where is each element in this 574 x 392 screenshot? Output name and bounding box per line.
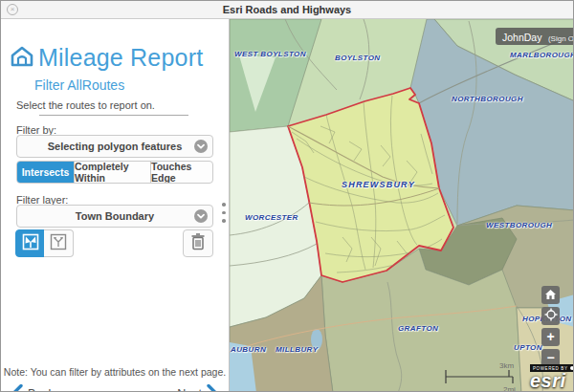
clear-selection-button[interactable] bbox=[183, 229, 213, 257]
town-label-millbury: MILLBURY bbox=[276, 345, 318, 354]
note-text: Note: You can filter by attributes on th… bbox=[1, 366, 229, 378]
filter-by-value: Selecting polygon features bbox=[48, 141, 183, 152]
town-label-shrewsbury: SHREWSBURY bbox=[342, 180, 415, 189]
filter-by-dropdown[interactable]: Selecting polygon features bbox=[16, 135, 213, 158]
select-by-polygon-button[interactable] bbox=[15, 229, 45, 257]
completely-within-button[interactable]: Completely Within bbox=[75, 162, 151, 183]
town-label-marlborough: MARLBOROUGH bbox=[510, 51, 574, 59]
map-controls: + − bbox=[541, 286, 560, 370]
town-label-west-boylston: WEST BOYLSTON bbox=[234, 50, 306, 58]
locate-button[interactable] bbox=[541, 307, 560, 325]
chevron-left-icon bbox=[12, 384, 23, 392]
select-rectangle-icon bbox=[49, 232, 68, 255]
chevron-down-icon bbox=[194, 209, 208, 223]
mileage-report-panel: Mileage Report Filter AllRoutes Select t… bbox=[1, 19, 230, 391]
minus-icon: − bbox=[546, 351, 554, 364]
back-button[interactable]: Back bbox=[12, 384, 59, 392]
town-label-westborough: WESTBOROUGH bbox=[486, 221, 552, 229]
filter-layer-value: Town Boundary bbox=[76, 210, 154, 222]
globe-icon bbox=[570, 366, 574, 370]
esri-logo: POWERED BY esri bbox=[530, 364, 574, 390]
town-label-worcester: WORCESTER bbox=[245, 213, 298, 222]
locate-icon bbox=[544, 308, 558, 325]
sign-out-label: (Sign Out) bbox=[548, 34, 574, 43]
panel-resize-handle[interactable] bbox=[222, 203, 226, 228]
town-label-northborough: NORTHBOROUGH bbox=[452, 95, 523, 103]
next-label: Next bbox=[177, 387, 202, 392]
touches-edge-button[interactable]: Touches Edge bbox=[151, 162, 212, 183]
spatial-relation-group: Intersects Completely Within Touches Edg… bbox=[16, 161, 213, 184]
scale-km-label: 3km bbox=[499, 361, 514, 370]
intersects-button[interactable]: Intersects bbox=[17, 162, 75, 183]
town-label-auburn: AUBURN bbox=[231, 345, 266, 354]
town-label-upton: UPTON bbox=[514, 343, 542, 352]
filter-layer-dropdown[interactable]: Town Boundary bbox=[16, 205, 213, 228]
scale-mi-label: 2mi bbox=[503, 385, 516, 392]
app-window: × Esri Roads and Highways Mileage Report… bbox=[0, 0, 574, 392]
window-title: Esri Roads and Highways bbox=[1, 4, 573, 15]
home-icon bbox=[11, 46, 33, 71]
chevron-down-icon bbox=[194, 140, 208, 153]
user-name: JohnDay bbox=[502, 32, 541, 43]
divider bbox=[39, 115, 188, 116]
zoom-in-button[interactable]: + bbox=[541, 328, 560, 346]
select-polygon-icon bbox=[21, 232, 40, 255]
basemap bbox=[230, 19, 574, 392]
town-label-grafton: GRAFTON bbox=[398, 324, 438, 333]
town-label-boylston: BOYLSTON bbox=[335, 54, 381, 62]
next-button[interactable]: Next bbox=[172, 384, 217, 392]
home-extent-button[interactable] bbox=[541, 286, 560, 304]
plus-icon: + bbox=[546, 330, 554, 343]
page-title: Mileage Report bbox=[38, 44, 203, 72]
instruction-text: Select the routes to report on. bbox=[16, 99, 155, 111]
user-sign-out-button[interactable]: JohnDay (Sign Out) bbox=[496, 28, 574, 45]
trash-icon bbox=[189, 232, 207, 254]
titlebar: × Esri Roads and Highways bbox=[1, 1, 573, 19]
map-canvas[interactable]: WEST BOYLSTON BOYLSTON MARLBOROUGH NORTH… bbox=[230, 19, 574, 392]
back-label: Back bbox=[28, 387, 55, 392]
select-by-rectangle-button[interactable] bbox=[44, 229, 74, 257]
home-icon bbox=[544, 287, 557, 304]
scale-bar: 3km 2mi bbox=[442, 356, 520, 392]
chevron-right-icon bbox=[207, 384, 217, 392]
esri-brand-text: esri bbox=[530, 372, 574, 390]
page-subtitle: Filter AllRoutes bbox=[34, 77, 124, 93]
